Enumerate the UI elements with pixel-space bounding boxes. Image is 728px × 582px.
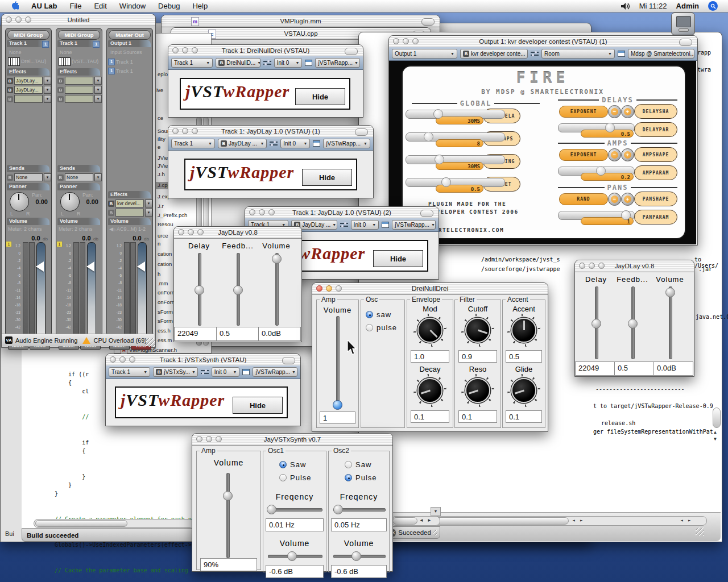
keyboard-icon[interactable]: [8, 57, 20, 66]
pulse-radio[interactable]: [366, 324, 373, 331]
scroll-up-arrow[interactable]: ▲: [714, 430, 717, 435]
bypass-badge[interactable]: B: [7, 78, 13, 84]
track-dropdown[interactable]: Track 1▼: [171, 58, 213, 68]
app-menu[interactable]: AU Lab: [31, 2, 57, 10]
slider-thumb[interactable]: [628, 319, 638, 329]
editor-dropdown[interactable]: jVSTwRapp...▼: [253, 367, 297, 377]
input-track[interactable]: Track 1: [116, 68, 133, 74]
menu-edit[interactable]: Edit: [94, 2, 106, 10]
scroll-left-arrow[interactable]: ◄: [680, 518, 683, 523]
zoom-button[interactable]: [268, 209, 275, 215]
slider-thumb[interactable]: [287, 551, 297, 561]
chevron-down-icon[interactable]: ▼: [44, 95, 51, 103]
preset-dropdown[interactable]: Init 0▼: [280, 139, 310, 148]
editor-dropdown[interactable]: jVSTwRapp...▼: [323, 139, 370, 148]
preset-dropdown[interactable]: Init 0▼: [212, 367, 240, 377]
zoom-button[interactable]: [25, 16, 31, 23]
zoom-button[interactable]: [216, 436, 222, 442]
chevron-down-icon[interactable]: ▼: [94, 95, 102, 103]
amp-volume-value[interactable]: 1: [320, 411, 355, 424]
plus-button[interactable]: +: [621, 148, 634, 161]
bypass-badge[interactable]: B: [57, 87, 64, 93]
effect-dropdown[interactable]: BjVSTxSy...▼: [153, 367, 198, 377]
close-button[interactable]: [196, 436, 202, 442]
terminal-vscrollbar[interactable]: [713, 408, 721, 428]
reso-knob[interactable]: [461, 374, 494, 407]
slider-thumb[interactable]: [272, 254, 282, 264]
instrument-label[interactable]: Drei...TAU): [21, 59, 46, 64]
decay-knob[interactable]: [413, 374, 446, 407]
effect-slot[interactable]: JayDLay...: [14, 86, 43, 94]
resize-grip[interactable]: [696, 527, 704, 536]
effect-slot[interactable]: [65, 95, 93, 103]
scroll-right-arrow[interactable]: ►: [427, 518, 432, 523]
glide-knob[interactable]: [507, 374, 540, 407]
bypass-badge[interactable]: B: [108, 210, 114, 216]
effect-slot[interactable]: [14, 95, 43, 103]
hide-button[interactable]: Hide: [302, 169, 352, 186]
scroll-down-arrow[interactable]: ▼: [714, 437, 717, 442]
zoom-button[interactable]: [336, 285, 342, 292]
amp-volume-slider[interactable]: [336, 316, 340, 409]
slider-thumb[interactable]: [233, 285, 243, 295]
slider-thumb[interactable]: [592, 319, 601, 329]
resize-grip[interactable]: [146, 338, 155, 347]
plus-button[interactable]: +: [621, 105, 634, 118]
cutoff-knob[interactable]: [461, 314, 494, 347]
minimize-button[interactable]: [589, 263, 595, 269]
send-slot[interactable]: None: [14, 173, 43, 181]
output-dropdown[interactable]: Output 1▼: [392, 49, 457, 59]
close-button[interactable]: [172, 128, 179, 134]
effect-slot[interactable]: [65, 77, 93, 85]
scroll-left-arrow[interactable]: ◄: [572, 518, 575, 523]
minimize-button[interactable]: [679, 39, 692, 46]
menu-clock[interactable]: Mi 11:22: [639, 2, 667, 10]
close-button[interactable]: [178, 229, 184, 235]
glide-value[interactable]: 0.1: [506, 410, 542, 423]
volume-fader[interactable]: [36, 242, 46, 338]
slider-thumb[interactable]: [596, 166, 606, 176]
track-dropdown[interactable]: Track 1▼: [109, 367, 150, 377]
volume-value[interactable]: 0.0dB: [258, 327, 301, 341]
effect-dropdown[interactable]: BDreiNullD...▼: [216, 58, 260, 68]
editor-dropdown[interactable]: jVSTwRapp...▼: [392, 220, 436, 230]
freq-value[interactable]: 0.05 Hz: [331, 518, 387, 531]
minimize-button[interactable]: [326, 285, 332, 292]
saw-radio[interactable]: [279, 461, 287, 468]
minimize-button[interactable]: [345, 48, 358, 55]
minimize-button[interactable]: [15, 16, 22, 23]
effect-dropdown[interactable]: Bkvr developer conte...▼: [460, 49, 528, 59]
minimize-button[interactable]: [403, 38, 409, 44]
output-tab[interactable]: Output 1: [108, 40, 151, 47]
slider-thumb[interactable]: [267, 505, 276, 514]
hide-button[interactable]: Hide: [233, 397, 283, 414]
minimize-button[interactable]: [182, 128, 188, 134]
feedback-value[interactable]: 0.5: [614, 361, 654, 376]
bypass-badge[interactable]: B: [7, 87, 13, 93]
menu-user[interactable]: Admin: [676, 2, 699, 10]
amp-volume-slider[interactable]: [226, 473, 230, 558]
terminal-hscrollbar[interactable]: ◄ ► ◄ ►: [395, 516, 707, 526]
minimize-button[interactable]: [421, 18, 435, 26]
saw-radio[interactable]: [366, 311, 373, 318]
slider-thumb[interactable]: [665, 288, 675, 297]
slider-thumb[interactable]: [621, 210, 631, 220]
resize-grip[interactable]: [433, 530, 437, 535]
pulse-radio[interactable]: [345, 474, 352, 481]
preset-dropdown[interactable]: Init 0▼: [351, 220, 379, 230]
osc-volume-value[interactable]: -0.6 dB: [266, 565, 324, 578]
keyboard-icon[interactable]: [59, 57, 71, 66]
fader-thumb[interactable]: [86, 261, 94, 272]
mod-knob[interactable]: [413, 314, 446, 347]
spotlight-icon[interactable]: [708, 1, 718, 11]
minus-button[interactable]: −: [608, 193, 621, 206]
slider-thumb[interactable]: [424, 132, 433, 142]
accent-value[interactable]: 0.5: [506, 350, 542, 363]
chevron-down-icon[interactable]: ▼: [145, 209, 152, 217]
close-button[interactable]: [393, 38, 399, 44]
hide-button[interactable]: Hide: [295, 88, 345, 105]
preset-dropdown[interactable]: Init 0▼: [274, 58, 303, 68]
chevron-down-icon[interactable]: ▼: [94, 86, 102, 94]
delay-value[interactable]: 22049: [174, 327, 217, 341]
pan-knob[interactable]: [60, 192, 80, 211]
